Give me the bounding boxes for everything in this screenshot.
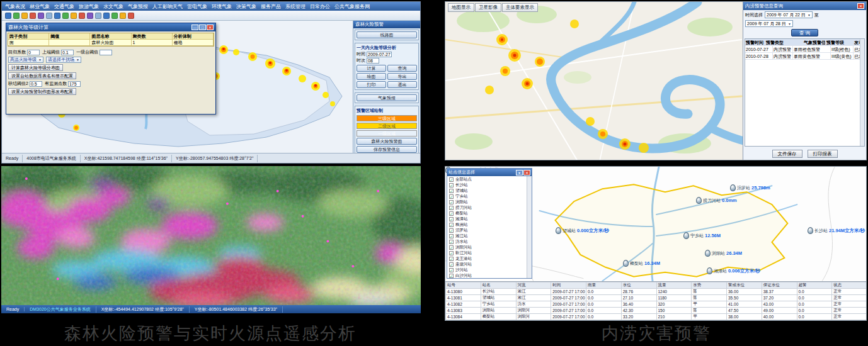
toolbar-icon[interactable] <box>120 13 126 19</box>
checkbox[interactable]: ✓ <box>449 274 454 278</box>
toolbar-icon[interactable] <box>87 13 93 19</box>
fire-warning-map-button[interactable]: 森林火险预警图 <box>357 138 417 145</box>
map-tab[interactable]: 地图显示 <box>448 3 474 12</box>
warning-level-swatch[interactable]: 一级区域 <box>357 130 417 137</box>
station-map[interactable]: 汨罗站 25.798m 捞刀河站 0.0mm 望城站 0.000立方米/秒 <box>445 167 867 281</box>
checkbox[interactable]: ✓ <box>449 251 454 255</box>
station-marker[interactable]: 捞刀河站 0.0mm <box>696 197 737 204</box>
tree-titlebar[interactable]: 站点信息选择 ▾ ✕ <box>447 169 532 176</box>
dialog-titlebar[interactable]: 森林火险等级计算 — □ ✕ <box>6 23 215 31</box>
field-select-combo[interactable]: 请选择干扰场▼ <box>46 57 81 63</box>
toolbar-icon[interactable] <box>79 13 85 19</box>
toolbar-icon[interactable] <box>46 13 52 19</box>
field-input[interactable] <box>100 50 112 55</box>
toolbar-icon[interactable] <box>30 13 36 19</box>
table-row[interactable]: 4-13084榔梨站浏阳河2009-07-27 17:000.033.20210… <box>446 314 867 320</box>
checkbox[interactable]: ✓ <box>449 240 454 244</box>
fire-calc-dialog[interactable]: 森林火险等级计算 — □ ✕ 因子类别阈值图层名称聚类数分析体制 <box>6 23 216 114</box>
menu-item[interactable]: 公共气象服务网 <box>334 3 370 10</box>
station-marker[interactable]: 长沙站 21.94M立方米/秒 <box>808 227 865 234</box>
field-input[interactable]: 0 <box>27 50 40 55</box>
panel-titlebar[interactable]: 内涝预警信息查询 ✕ <box>743 2 866 10</box>
minimize-icon[interactable]: — <box>191 25 198 30</box>
menu-item[interactable]: 日常办公 <box>310 3 330 10</box>
station-marker[interactable]: 湘潭站 0.006立方米/秒 <box>707 267 760 274</box>
tree-item[interactable]: ✓ 圭塘河站 <box>449 262 525 267</box>
close-icon[interactable]: ✕ <box>523 170 530 176</box>
publish-config-button[interactable]: 设置火险预警制作图形发布配置 <box>8 88 76 95</box>
table-row[interactable]: 4-13081望城站湘江2009-07-27 17:000.027.101180… <box>446 295 867 301</box>
checkbox[interactable]: ✓ <box>449 245 454 250</box>
table-row[interactable]: 4-13083浏阳站浏阳河2009-07-27 17:000.042.30150… <box>446 308 867 314</box>
panel-button[interactable]: 打印 <box>357 81 386 88</box>
tree-item[interactable]: ✓ 汨罗站 <box>449 228 525 233</box>
checkbox[interactable]: ✓ <box>449 268 454 272</box>
menu-item[interactable]: 气象预报 <box>128 3 148 10</box>
toolbar-icon[interactable] <box>128 13 134 19</box>
station-marker[interactable]: 望城站 0.000立方米/秒 <box>556 227 609 234</box>
checkbox[interactable]: ✓ <box>449 177 454 182</box>
maximize-icon[interactable]: □ <box>199 25 206 30</box>
table-row[interactable]: 4-13085湘潭站湘江2009-07-27 17:000.029.901350… <box>446 320 867 321</box>
fire-risk-map[interactable]: 长沙市 森林火险等级计算 — □ ✕ 因子类别阈值图层名 <box>2 21 353 153</box>
warning-level-swatch[interactable]: 三级区域 <box>357 115 417 121</box>
panel-button[interactable]: 计算 <box>357 65 386 72</box>
station-marker[interactable]: 浏阳站 26.34M <box>705 250 742 257</box>
toolbar-icon[interactable] <box>54 13 60 19</box>
close-icon[interactable]: ✕ <box>857 3 864 9</box>
query-button[interactable]: 查 询 <box>791 29 818 36</box>
menu-item[interactable]: 服务产品 <box>261 3 281 10</box>
risk-level-combo[interactable]: 高温火险等级▼ <box>8 57 43 63</box>
field-input[interactable]: 0.5 <box>30 81 42 87</box>
menu-item[interactable]: 林业气象 <box>30 3 50 10</box>
station-data-table[interactable]: 站号站名河流时间雨量水位流量水势警戒水位保证水位超警状态 4-13080长沙站湘… <box>445 281 867 320</box>
toolbar-icon[interactable] <box>62 13 69 19</box>
tree-item[interactable]: ✓ 白沙河站 <box>449 273 525 278</box>
menu-item[interactable]: 水文气象 <box>103 3 123 10</box>
tree-item[interactable]: ✓ 靳江河站 <box>449 250 525 256</box>
tree-item[interactable]: ✓ 榔梨站 <box>449 211 525 216</box>
date-from-picker[interactable]: 2009 年 07 月 22 日▼ <box>765 11 813 18</box>
checkbox[interactable]: ✓ <box>449 228 454 233</box>
collapse-icon[interactable]: ▾ <box>516 170 523 176</box>
save-file-button[interactable]: 文件保存 <box>772 150 802 158</box>
toolbar-icon[interactable] <box>21 13 28 19</box>
checkbox[interactable]: ✓ <box>449 217 454 221</box>
tree-item[interactable]: ✓ 全部站点 <box>449 177 525 182</box>
tree-item[interactable]: ✓ 株洲站 <box>449 222 525 228</box>
map-tab[interactable]: 主体要素显示 <box>502 3 538 12</box>
checkbox[interactable]: ✓ <box>449 257 454 261</box>
menu-item[interactable]: 决策气象 <box>236 3 256 10</box>
toolbar-icon[interactable] <box>13 13 20 19</box>
tree-item[interactable]: ✓ 沩水站 <box>449 239 525 245</box>
menu-item[interactable]: 交通气象 <box>54 3 74 10</box>
toolbar-icon[interactable] <box>111 13 118 19</box>
menu-item[interactable]: 旅游气象 <box>79 3 99 10</box>
print-report-button[interactable]: 打印报表 <box>808 150 838 158</box>
tree-item[interactable]: ✓ 捞刀河站 <box>449 205 525 211</box>
table-row[interactable]: 4-13080长沙站湘江2009-07-27 17:000.028.761240… <box>446 289 867 295</box>
panel-button[interactable]: 退出 <box>387 81 417 88</box>
menu-item[interactable]: 雷电气象 <box>187 3 207 10</box>
toolbar-icon[interactable] <box>5 13 11 19</box>
checkbox[interactable]: ✓ <box>449 189 454 193</box>
tree-item[interactable]: ✓ 龙王港站 <box>449 256 525 262</box>
tree-item[interactable]: ✓ 浏阳站 <box>449 199 525 205</box>
panel-button[interactable]: 绘图 <box>357 73 386 80</box>
checkbox[interactable]: ✓ <box>449 194 454 199</box>
checkbox[interactable]: ✓ <box>449 183 454 187</box>
checkbox[interactable]: ✓ <box>449 200 454 204</box>
toolbar-icon[interactable] <box>38 13 44 19</box>
tree-item[interactable]: ✓ 长沙站 <box>449 182 525 188</box>
station-marker[interactable]: 汨罗站 25.798m <box>730 184 770 191</box>
menu-item[interactable]: 气象表况 <box>5 3 25 10</box>
route-map-button[interactable]: 线路图 <box>357 31 417 38</box>
time-input[interactable]: 2009-07-27 <box>367 52 392 57</box>
warning-table[interactable]: 预警时间预警类型气象预警信息预警等级发布 2010-07-27内涝预警暴雨橙色预… <box>745 38 865 147</box>
table-row[interactable]: 2010-07-28内涝预警暴雨黄色预警III级(黄色)已发布 <box>745 53 864 60</box>
toolbar-icon[interactable] <box>71 13 77 19</box>
tree-item[interactable]: ✓ 沙河站 <box>449 267 525 273</box>
calc-distribution-button[interactable]: 计算森林火险等级分布图 <box>8 64 63 71</box>
panel-button[interactable]: 查询 <box>387 65 417 72</box>
close-icon[interactable]: ✕ <box>207 25 214 30</box>
